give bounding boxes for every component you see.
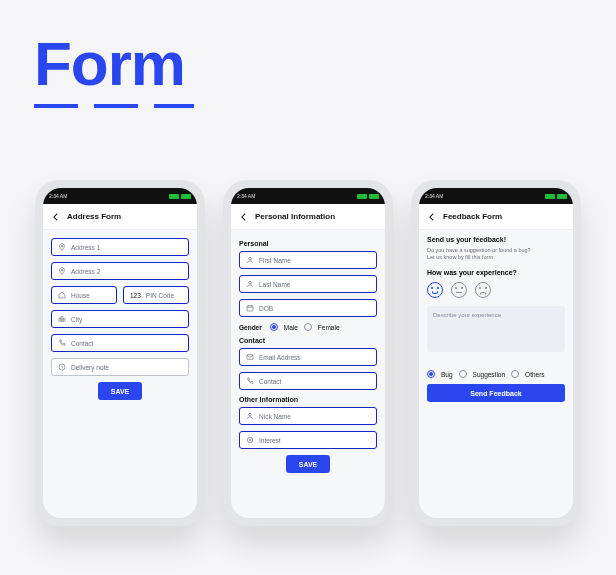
email-input[interactable]: Email Address (239, 348, 377, 366)
pin-input[interactable]: 123 PIN Code (123, 286, 189, 304)
app-bar: Feedback Form (419, 204, 573, 230)
experience-question: How was your experience? (427, 269, 565, 276)
face-happy[interactable] (427, 282, 443, 298)
face-neutral[interactable] (451, 282, 467, 298)
back-icon[interactable] (239, 212, 249, 222)
status-time: 2:34 AM (425, 193, 443, 199)
radio-male[interactable] (270, 323, 278, 331)
experience-textarea[interactable]: Describe your experience (427, 306, 565, 352)
user-icon (246, 256, 254, 264)
note-input[interactable]: Delivery note (51, 358, 189, 376)
app-bar: Personal Information (231, 204, 385, 230)
suggestion-label: Suggestion (473, 371, 506, 378)
contact-input[interactable]: Contact (239, 372, 377, 390)
phone-row: 2:34 AM Address Form Address 1 Address 2 (0, 180, 616, 526)
interest-input[interactable]: Interest (239, 431, 377, 449)
placeholder: House (71, 292, 90, 299)
lastname-input[interactable]: Last Name (239, 275, 377, 293)
placeholder: Address 2 (71, 268, 100, 275)
svg-rect-5 (247, 306, 253, 311)
radio-suggestion[interactable] (459, 370, 467, 378)
placeholder: First Name (259, 257, 291, 264)
svg-point-7 (249, 413, 252, 416)
save-button[interactable]: SAVE (98, 382, 142, 400)
type-row: Bug Suggestion Others (427, 370, 565, 378)
page-title: Address Form (67, 212, 121, 221)
app-bar: Address Form (43, 204, 197, 230)
phone-address: 2:34 AM Address Form Address 1 Address 2 (35, 180, 205, 526)
note-icon (58, 363, 66, 371)
address1-input[interactable]: Address 1 (51, 238, 189, 256)
section-contact: Contact (239, 337, 377, 344)
nickname-input[interactable]: Nick Name (239, 407, 377, 425)
gender-row: Gender Male Female (239, 323, 377, 331)
svg-point-1 (61, 269, 63, 271)
hero-underline (34, 104, 194, 108)
hero-title: Form (34, 28, 185, 99)
others-label: Others (525, 371, 545, 378)
page-title: Personal Information (255, 212, 335, 221)
svg-point-8 (249, 439, 251, 441)
interest-icon (246, 436, 254, 444)
phone-notch (94, 188, 146, 198)
radio-others[interactable] (511, 370, 519, 378)
placeholder: Address 1 (71, 244, 100, 251)
city-input[interactable]: City (51, 310, 189, 328)
calendar-icon (246, 304, 254, 312)
svg-point-4 (249, 281, 252, 284)
dob-input[interactable]: DOB (239, 299, 377, 317)
pin-prefix: 123 (130, 292, 141, 299)
phone-personal: 2:34 AM Personal Information Personal Fi… (223, 180, 393, 526)
placeholder: Describe your experience (433, 312, 501, 318)
phone-icon (58, 339, 66, 347)
home-icon (58, 291, 66, 299)
mail-icon (246, 353, 254, 361)
faces-row (427, 282, 565, 298)
placeholder: PIN Code (146, 292, 174, 299)
svg-point-0 (61, 245, 63, 247)
contact-input[interactable]: Contact (51, 334, 189, 352)
female-label: Female (318, 324, 340, 331)
section-other: Other Information (239, 396, 377, 403)
address2-input[interactable]: Address 2 (51, 262, 189, 280)
feedback-headline: Send us your feedback! (427, 236, 565, 243)
placeholder: Contact (259, 378, 281, 385)
svg-point-9 (247, 437, 252, 442)
section-personal: Personal (239, 240, 377, 247)
phone-icon (246, 377, 254, 385)
placeholder: Interest (259, 437, 281, 444)
placeholder: Contact (71, 340, 93, 347)
location-icon (58, 267, 66, 275)
placeholder: City (71, 316, 82, 323)
placeholder: Delivery note (71, 364, 109, 371)
svg-point-3 (249, 257, 252, 260)
house-input[interactable]: House (51, 286, 117, 304)
firstname-input[interactable]: First Name (239, 251, 377, 269)
phone-feedback: 2:34 AM Feedback Form Send us your feedb… (411, 180, 581, 526)
send-feedback-button[interactable]: Send Feedback (427, 384, 565, 402)
back-icon[interactable] (51, 212, 61, 222)
bug-label: Bug (441, 371, 453, 378)
radio-bug[interactable] (427, 370, 435, 378)
city-icon (58, 315, 66, 323)
user-icon (246, 280, 254, 288)
back-icon[interactable] (427, 212, 437, 222)
user-icon (246, 412, 254, 420)
placeholder: DOB (259, 305, 273, 312)
status-time: 2:34 AM (49, 193, 67, 199)
phone-notch (470, 188, 522, 198)
male-label: Male (284, 324, 298, 331)
page-title: Feedback Form (443, 212, 502, 221)
status-time: 2:34 AM (237, 193, 255, 199)
feedback-subtext: Do you have a suggestion or found a bug?… (427, 247, 565, 261)
placeholder: Nick Name (259, 413, 291, 420)
placeholder: Last Name (259, 281, 290, 288)
radio-female[interactable] (304, 323, 312, 331)
location-icon (58, 243, 66, 251)
save-button[interactable]: SAVE (286, 455, 330, 473)
placeholder: Email Address (259, 354, 301, 361)
gender-label: Gender (239, 324, 262, 331)
face-sad[interactable] (475, 282, 491, 298)
phone-notch (282, 188, 334, 198)
